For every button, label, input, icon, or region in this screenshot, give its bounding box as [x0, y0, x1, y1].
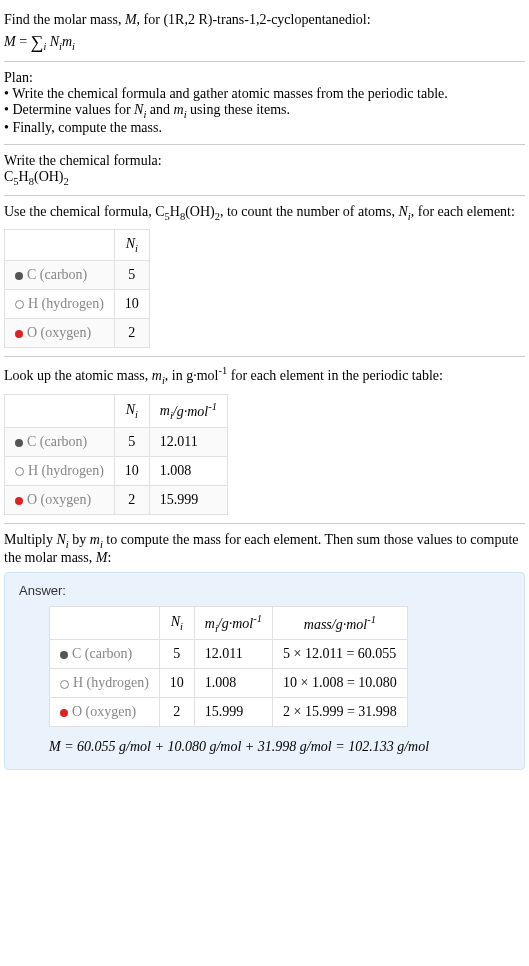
oxygen-count: 2 [114, 319, 149, 348]
col-mi: mi/g·mol-1 [194, 606, 272, 639]
oxygen-mass-calc: 2 × 15.999 = 31.998 [273, 698, 408, 727]
answer-label: Answer: [19, 583, 510, 598]
table-row: O (oxygen) 2 15.999 [5, 486, 228, 515]
table-row: H (hydrogen) 10 1.008 [5, 457, 228, 486]
col-ni: Ni [114, 394, 149, 427]
count-atoms-text: Use the chemical formula, C5H8(OH)2, to … [4, 204, 525, 222]
atom-count-table: Ni C (carbon) 5 H (hydrogen) 10 O (oxyge… [4, 229, 150, 348]
atomic-mass-text: Look up the atomic mass, mi, in g·mol-1 … [4, 365, 525, 385]
intro-text-2: , for (1R,2 R)-trans-1,2-cyclopentanedio… [137, 12, 371, 27]
hydrogen-mass: 1.008 [149, 457, 227, 486]
table-row: C (carbon) 5 [5, 261, 150, 290]
oxygen-dot-icon [15, 330, 23, 338]
write-formula-heading: Write the chemical formula: [4, 153, 525, 169]
table-row: O (oxygen) 2 [5, 319, 150, 348]
intro-line: Find the molar mass, M, for (1R,2 R)-tra… [4, 12, 525, 28]
element-oxygen: O (oxygen) [5, 319, 115, 348]
atomic-mass-section: Look up the atomic mass, mi, in g·mol-1 … [4, 357, 525, 524]
hydrogen-mass-calc: 10 × 1.008 = 10.080 [273, 669, 408, 698]
molar-mass-result: M = 60.055 g/mol + 10.080 g/mol + 31.998… [49, 739, 510, 755]
intro-section: Find the molar mass, M, for (1R,2 R)-tra… [4, 4, 525, 62]
col-mi: mi/g·mol-1 [149, 394, 227, 427]
table-row: O (oxygen) 2 15.999 2 × 15.999 = 31.998 [50, 698, 408, 727]
carbon-mass: 12.011 [149, 428, 227, 457]
chemical-formula: C5H8(OH)2 [4, 169, 525, 187]
carbon-mass-calc: 5 × 12.011 = 60.055 [273, 640, 408, 669]
molar-mass-formula: M = ∑i Nimi [4, 32, 525, 53]
element-hydrogen: H (hydrogen) [5, 457, 115, 486]
plan-heading: Plan: [4, 70, 525, 86]
element-carbon: C (carbon) [5, 261, 115, 290]
plan-bullet-2: • Determine values for Ni and mi using t… [4, 102, 525, 120]
count-atoms-section: Use the chemical formula, C5H8(OH)2, to … [4, 196, 525, 358]
intro-text-1: Find the molar mass, [4, 12, 125, 27]
carbon-count: 5 [114, 261, 149, 290]
table-row: C (carbon) 5 12.011 [5, 428, 228, 457]
element-carbon: C (carbon) [50, 640, 160, 669]
carbon-dot-icon [15, 439, 23, 447]
write-formula-section: Write the chemical formula: C5H8(OH)2 [4, 145, 525, 196]
element-hydrogen: H (hydrogen) [5, 290, 115, 319]
hydrogen-count: 10 [114, 290, 149, 319]
answer-table: Ni mi/g·mol-1 mass/g·mol-1 C (carbon) 5 … [49, 606, 408, 727]
oxygen-mass: 15.999 [149, 486, 227, 515]
table-header-row: Ni mi/g·mol-1 [5, 394, 228, 427]
multiply-text: Multiply Ni by mi to compute the mass fo… [4, 532, 525, 566]
atomic-mass-table: Ni mi/g·mol-1 C (carbon) 5 12.011 H (hyd… [4, 394, 228, 515]
element-oxygen: O (oxygen) [50, 698, 160, 727]
table-header-row: Ni [5, 230, 150, 261]
plan-section: Plan: • Write the chemical formula and g… [4, 62, 525, 145]
col-ni: Ni [114, 230, 149, 261]
table-row: C (carbon) 5 12.011 5 × 12.011 = 60.055 [50, 640, 408, 669]
plan-bullet-1: • Write the chemical formula and gather … [4, 86, 525, 102]
answer-box: Answer: Ni mi/g·mol-1 mass/g·mol-1 C (ca… [4, 572, 525, 770]
col-ni: Ni [159, 606, 194, 639]
table-row: H (hydrogen) 10 [5, 290, 150, 319]
element-carbon: C (carbon) [5, 428, 115, 457]
plan-bullet-3: • Finally, compute the mass. [4, 120, 525, 136]
carbon-dot-icon [15, 272, 23, 280]
oxygen-dot-icon [60, 709, 68, 717]
oxygen-dot-icon [15, 497, 23, 505]
hydrogen-dot-icon [15, 300, 24, 309]
hydrogen-dot-icon [60, 680, 69, 689]
col-mass: mass/g·mol-1 [273, 606, 408, 639]
hydrogen-dot-icon [15, 467, 24, 476]
multiply-section: Multiply Ni by mi to compute the mass fo… [4, 524, 525, 778]
element-oxygen: O (oxygen) [5, 486, 115, 515]
table-row: H (hydrogen) 10 1.008 10 × 1.008 = 10.08… [50, 669, 408, 698]
element-hydrogen: H (hydrogen) [50, 669, 160, 698]
table-header-row: Ni mi/g·mol-1 mass/g·mol-1 [50, 606, 408, 639]
carbon-dot-icon [60, 651, 68, 659]
